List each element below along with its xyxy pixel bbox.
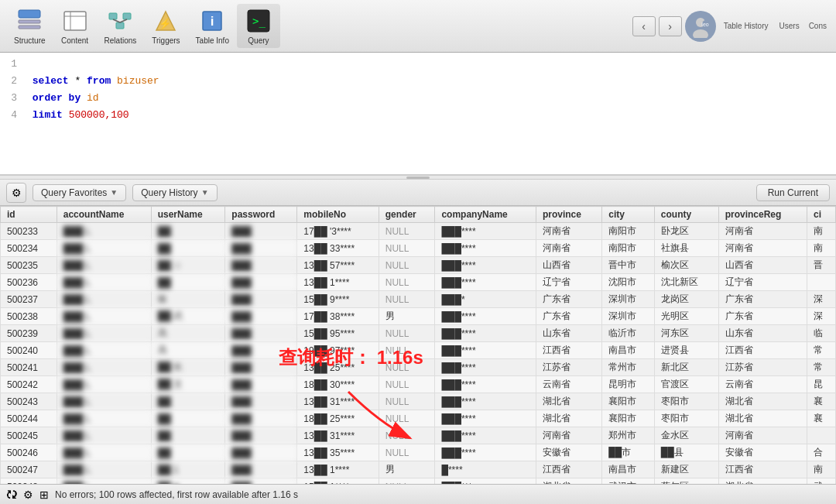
query-history-button[interactable]: Query History ▼ bbox=[132, 184, 217, 201]
line-num-2: 2 bbox=[6, 73, 17, 90]
toolbar-triggers[interactable]: ⚡ Triggers bbox=[144, 4, 187, 48]
cell-city: 深圳市 bbox=[602, 291, 655, 308]
cell-province: 辽宁省 bbox=[536, 274, 601, 291]
table-row: 500237███ L板███15██ 9****NULL███*广东省深圳市龙… bbox=[1, 291, 836, 308]
cell-provincereg: 山西省 bbox=[718, 257, 807, 274]
cell-accountname: ███ L bbox=[57, 427, 151, 444]
query-editor[interactable]: 1 2 select * from bizuser 3 order by id … bbox=[0, 53, 836, 175]
cell-county: 金水区 bbox=[654, 427, 718, 444]
nav-back-button[interactable]: ‹ bbox=[632, 16, 656, 36]
cell-provincereg: 江西省 bbox=[718, 342, 807, 359]
col-province: province bbox=[536, 207, 601, 223]
cell-username: ██ 文 bbox=[151, 376, 225, 393]
cell-password: ███ bbox=[225, 257, 297, 274]
cell-username: ██ bbox=[151, 274, 225, 291]
cell-id: 500239 bbox=[1, 325, 57, 342]
cell-provincereg: 江苏省 bbox=[718, 359, 807, 376]
cell-provincereg: 辽宁省 bbox=[718, 274, 807, 291]
cell-id: 500233 bbox=[1, 223, 57, 240]
editor-line-2: 2 select * from bizuser bbox=[6, 73, 830, 90]
toolbar-structure[interactable]: Structure bbox=[6, 4, 53, 48]
cell-mobileno: 15██ 9**** bbox=[297, 291, 379, 308]
cell-county: 河东区 bbox=[654, 325, 718, 342]
cell-provincereg: 河南省 bbox=[718, 427, 807, 444]
cell-province: 湖北省 bbox=[536, 478, 601, 485]
line-num-3: 3 bbox=[6, 90, 17, 107]
cell-id: 500248 bbox=[1, 478, 57, 485]
cell-gender: 男 bbox=[379, 308, 435, 325]
cell-mobileno: 13██ 35**** bbox=[297, 444, 379, 461]
status-settings-icon[interactable]: ⚙ bbox=[23, 489, 33, 501]
cell-gender: NULL bbox=[379, 444, 435, 461]
cell-companyname: ███*** bbox=[435, 478, 536, 485]
table-row: 500238███ L██ 武███17██ 38****男███****广东省… bbox=[1, 308, 836, 325]
cell-companyname: ███**** bbox=[435, 325, 536, 342]
cell-id: 500247 bbox=[1, 461, 57, 478]
cell-password: ███ bbox=[225, 359, 297, 376]
cell-mobileno: 13██ 25**** bbox=[297, 359, 379, 376]
query-favorites-button[interactable]: Query Favorites ▼ bbox=[33, 184, 126, 201]
toolbar-content[interactable]: Content bbox=[53, 4, 97, 48]
cell-accountname: ███ L bbox=[57, 478, 151, 485]
cell-provincereg: 湖北省 bbox=[718, 410, 807, 427]
svg-line-9 bbox=[113, 19, 120, 22]
triggers-label: Triggers bbox=[152, 36, 180, 45]
run-current-button[interactable]: Run Current bbox=[756, 184, 830, 201]
cell-province: 河南省 bbox=[536, 223, 601, 240]
cell-ci: 晋 bbox=[807, 257, 835, 274]
col-gender: gender bbox=[379, 207, 435, 223]
col-city: city bbox=[602, 207, 655, 223]
structure-icon bbox=[15, 7, 43, 35]
cell-provincereg: 湖北省 bbox=[718, 478, 807, 485]
cell-accountname: ███ L bbox=[57, 359, 151, 376]
cell-mobileno: 15██ 95**** bbox=[297, 325, 379, 342]
cell-companyname: ███**** bbox=[435, 257, 536, 274]
cell-city: 昆明市 bbox=[602, 376, 655, 393]
cell-county: 新建区 bbox=[654, 461, 718, 478]
cell-ci: 襄 bbox=[807, 410, 835, 427]
cell-mobileno: 17██ '3**** bbox=[297, 223, 379, 240]
col-companyname: companyName bbox=[435, 207, 536, 223]
nav-forward-button[interactable]: › bbox=[659, 16, 682, 36]
cell-county: 枣阳市 bbox=[654, 393, 718, 410]
cell-companyname: ███* bbox=[435, 291, 536, 308]
cell-accountname: ███ L bbox=[57, 257, 151, 274]
cell-username: ██ bbox=[151, 240, 225, 257]
cell-ci: 昆 bbox=[807, 376, 835, 393]
cell-accountname: ███ L bbox=[57, 393, 151, 410]
cell-province: 安徽省 bbox=[536, 444, 601, 461]
cell-accountname: ███ L bbox=[57, 223, 151, 240]
cell-accountname: ███ L bbox=[57, 274, 151, 291]
cell-password: ███ bbox=[225, 223, 297, 240]
cell-city: ██市 bbox=[602, 444, 655, 461]
col-county: county bbox=[654, 207, 718, 223]
main-toolbar: Structure Content Relations ⚡ Triggers i… bbox=[0, 0, 836, 53]
cell-ci: 常 bbox=[807, 342, 835, 359]
table-row: 500236███ L█████13██ 1****NULL███****辽宁省… bbox=[1, 274, 836, 291]
cell-city: 武汉市 bbox=[602, 478, 655, 485]
svg-rect-8 bbox=[116, 22, 124, 29]
svg-text:leo: leo bbox=[701, 22, 708, 27]
cell-city: 沈阳市 bbox=[602, 274, 655, 291]
toolbar-query[interactable]: >_ Query bbox=[237, 4, 280, 48]
query-icon: >_ bbox=[245, 7, 272, 35]
cell-username: ██ bbox=[151, 427, 225, 444]
cell-username: 高 bbox=[151, 342, 225, 359]
cell-mobileno: 13██ 31**** bbox=[297, 427, 379, 444]
cell-city: 南昌市 bbox=[602, 461, 655, 478]
results-table-wrapper[interactable]: id accountName userName password mobileN… bbox=[0, 206, 836, 484]
svg-rect-7 bbox=[123, 13, 131, 19]
status-info-icon[interactable]: 🗘 bbox=[6, 489, 17, 501]
cell-mobileno: 17██ 38**** bbox=[297, 308, 379, 325]
status-export-icon[interactable]: ⊞ bbox=[39, 489, 49, 501]
toolbar-relations[interactable]: Relations bbox=[97, 4, 145, 48]
cell-ci: 襄 bbox=[807, 393, 835, 410]
table-row: 500240███ L高███19██ 97****NULL███****江西省… bbox=[1, 342, 836, 359]
svg-line-10 bbox=[120, 19, 127, 22]
settings-button[interactable]: ⚙ bbox=[6, 183, 26, 203]
cell-gender: NULL bbox=[379, 359, 435, 376]
cell-gender: 男 bbox=[379, 461, 435, 478]
table-row: 500233███ L█████17██ '3****NULL███****河南… bbox=[1, 223, 836, 240]
cell-id: 500236 bbox=[1, 274, 57, 291]
toolbar-tableinfo[interactable]: i Table Info bbox=[188, 4, 237, 48]
